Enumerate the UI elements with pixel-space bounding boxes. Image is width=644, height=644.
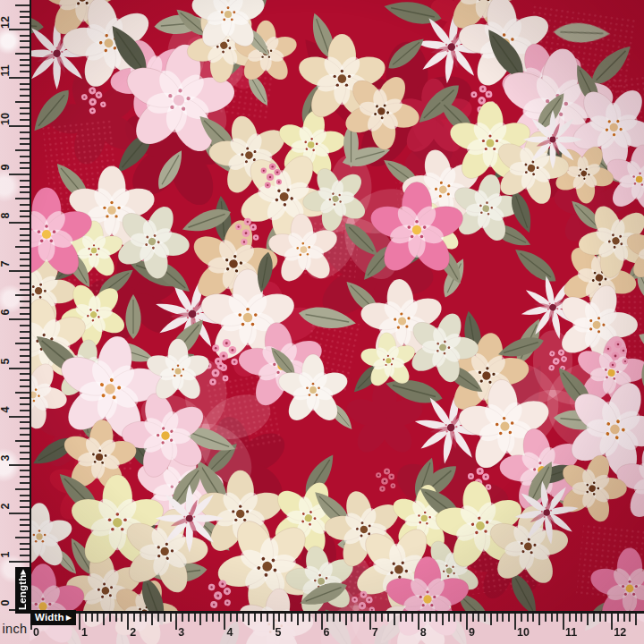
ruler-tick	[20, 64, 30, 66]
ruler-tick	[20, 71, 30, 72]
ruler-tick	[20, 16, 30, 18]
ruler-tick	[15, 53, 30, 55]
ruler-tick	[133, 614, 135, 622]
ruler-tick	[248, 614, 250, 625]
ruler-tick	[284, 614, 286, 622]
ruler-tick	[521, 614, 522, 622]
ruler-tick	[20, 428, 30, 429]
ruler-tick	[20, 452, 30, 453]
ruler-tick	[20, 482, 30, 484]
ruler-tick	[20, 143, 30, 145]
ruler-tick	[436, 614, 437, 622]
ruler-tick	[20, 276, 30, 278]
ruler-tick	[9, 318, 30, 320]
ruler-number: 10	[0, 109, 12, 129]
ruler-tick	[109, 614, 111, 622]
ruler-tick	[400, 614, 402, 622]
ruler-tick	[170, 614, 172, 622]
ruler-tick	[587, 614, 589, 625]
ruler-tick	[302, 614, 304, 622]
ruler-tick	[593, 614, 595, 622]
ruler-tick	[605, 614, 606, 622]
ruler-tick	[442, 614, 444, 625]
ruler-tick	[20, 500, 30, 502]
ruler-tick	[478, 614, 479, 622]
ruler-tick	[20, 421, 30, 423]
fabric-listing-image: 0123456789101112 0123456789101112 inch L…	[0, 0, 644, 644]
ruler-tick	[532, 614, 534, 622]
ruler-tick	[20, 228, 30, 230]
width-label: Width	[35, 613, 64, 623]
ruler-tick	[79, 614, 80, 630]
ruler-tick	[339, 614, 341, 622]
ruler-tick	[472, 614, 474, 622]
ruler-tick	[490, 614, 492, 625]
ruler-tick	[20, 519, 30, 521]
ruler-number: 6	[0, 302, 12, 322]
bottom-width-ruler: 0123456789101112	[30, 611, 644, 644]
ruler-number: 4	[0, 400, 12, 419]
ruler-tick	[20, 506, 30, 508]
ruler-tick	[20, 191, 30, 193]
ruler-tick	[20, 524, 30, 526]
ruler-tick	[20, 445, 30, 447]
ruler-tick	[20, 337, 30, 339]
ruler-tick	[267, 614, 268, 622]
ruler-tick	[127, 614, 129, 630]
ruler-tick	[273, 614, 275, 630]
ruler-tick	[20, 530, 30, 532]
ruler-tick	[20, 301, 30, 302]
ruler-tick	[411, 614, 413, 622]
ruler-tick	[20, 283, 30, 284]
ruler-tick	[115, 614, 117, 622]
ruler-tick	[527, 614, 529, 622]
ruler-tick	[9, 513, 30, 514]
ruler-tick	[15, 440, 30, 442]
ruler-tick	[20, 397, 30, 399]
ruler-tick	[508, 614, 510, 622]
ruler-tick	[20, 361, 30, 363]
ruler-tick	[278, 614, 280, 622]
ruler-tick	[20, 325, 30, 326]
ruler-tick	[20, 434, 30, 436]
ruler-tick	[345, 614, 347, 625]
ruler-tick	[20, 555, 30, 556]
ruler-number: 0	[0, 593, 12, 613]
ruler-tick	[9, 77, 30, 79]
ruler-tick	[291, 614, 292, 622]
ruler-tick	[15, 101, 30, 103]
ruler-tick	[466, 614, 468, 630]
ruler-tick	[375, 614, 377, 622]
ruler-tick	[20, 234, 30, 236]
ruler-tick	[20, 95, 30, 97]
ruler-number: 7	[372, 626, 378, 639]
ruler-corner: inch	[0, 614, 30, 644]
ruler-tick	[20, 355, 30, 357]
ruler-tick	[20, 210, 30, 212]
ruler-tick	[9, 29, 30, 30]
ruler-tick	[9, 125, 30, 127]
ruler-tick	[315, 614, 317, 622]
ruler-tick	[97, 614, 98, 622]
ruler-tick	[617, 614, 619, 622]
ruler-number: 1	[0, 545, 12, 564]
ruler-tick	[212, 614, 214, 622]
length-tag: Length ▶	[15, 567, 31, 614]
ruler-tick	[103, 614, 105, 625]
ruler-tick	[140, 614, 141, 622]
ruler-number: 9	[469, 626, 475, 639]
ruler-tick	[230, 614, 232, 622]
ruler-tick	[91, 614, 93, 622]
ruler-tick	[326, 614, 328, 622]
ruler-tick	[20, 543, 30, 545]
ruler-tick	[20, 47, 30, 48]
ruler-tick	[20, 373, 30, 375]
ruler-tick	[556, 614, 558, 622]
ruler-tick	[448, 614, 450, 622]
ruler-tick	[20, 458, 30, 460]
ruler-tick	[20, 379, 30, 381]
ruler-number: 4	[226, 626, 233, 639]
ruler-tick	[188, 614, 190, 622]
ruler-number: 11	[0, 61, 12, 80]
ruler-number: 2	[0, 496, 12, 516]
